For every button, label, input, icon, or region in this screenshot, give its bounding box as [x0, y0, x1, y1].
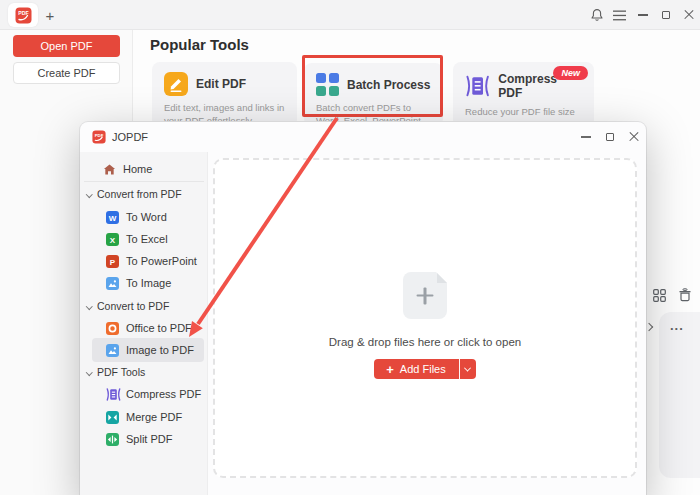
excel-icon: X [106, 233, 119, 246]
sidebar-item-label: Split PDF [126, 433, 172, 445]
tools-row-card [659, 312, 700, 478]
svg-text:P: P [110, 257, 116, 266]
chevron-down-icon [86, 303, 92, 309]
page-title: Popular Tools [150, 36, 249, 53]
section-label: Convert to PDF [97, 300, 169, 312]
sidebar-item-image-to-pdf[interactable]: Image to PDF [80, 339, 208, 361]
sidebar-item-label: To Word [126, 211, 167, 223]
plus-icon [417, 287, 434, 304]
sidebar-item-label: Compress PDF [126, 388, 201, 400]
sidebar-item-home[interactable]: Home [80, 158, 208, 180]
home-icon [103, 163, 116, 176]
card-compress-pdf[interactable]: New Compress PDF Reduce your PDF file si… [453, 62, 594, 128]
dialog-title: JOPDF [112, 131, 148, 143]
dialog-close-button[interactable] [622, 122, 646, 152]
word-icon: W [106, 211, 119, 224]
image-icon [106, 344, 119, 357]
jopdf-logo-icon: PDF [15, 7, 32, 24]
drop-zone[interactable]: Drag & drop files here or click to open … [213, 158, 637, 478]
dialog-maximize-button[interactable] [598, 122, 622, 152]
sidebar-item-compress-pdf[interactable]: Compress PDF [80, 383, 208, 405]
card-title: Edit PDF [196, 77, 246, 91]
sidebar-item-label: Image to PDF [126, 344, 194, 356]
split-pdf-icon [106, 433, 119, 446]
trash-icon[interactable] [677, 287, 693, 303]
plus-icon: + [386, 363, 394, 376]
sidebar-item-split-pdf[interactable]: Split PDF [80, 428, 208, 450]
batch-process-highlight-box [302, 55, 443, 117]
section-label: Convert from PDF [97, 188, 182, 200]
office-icon [106, 322, 119, 335]
add-files-split-button: + Add Files [374, 359, 475, 379]
compress-pdf-icon [106, 388, 121, 401]
jopdf-dialog: PDF JOPDF Home Con [80, 122, 646, 495]
merge-pdf-icon [106, 411, 119, 424]
add-files-label: Add Files [400, 363, 446, 375]
notification-bell-icon[interactable] [585, 0, 608, 30]
svg-text:X: X [110, 235, 116, 244]
close-button[interactable] [677, 0, 700, 30]
sidebar-item-label: Office to PDF [126, 322, 192, 334]
sidebar-item-to-powerpoint[interactable]: P To PowerPoint [80, 250, 208, 272]
sidebar-item-label: To Image [126, 277, 171, 289]
sidebar-item-merge-pdf[interactable]: Merge PDF [80, 406, 208, 428]
sidebar-item-label: To Excel [126, 233, 168, 245]
tab-bar: PDF + [0, 0, 700, 30]
section-pdf-tools[interactable]: PDF Tools [80, 361, 208, 383]
chevron-down-icon [86, 191, 92, 197]
section-label: PDF Tools [97, 366, 145, 378]
divider [84, 181, 204, 182]
svg-text:W: W [109, 213, 117, 222]
sidebar-item-office-to-pdf[interactable]: Office to PDF [80, 317, 208, 339]
edit-pen-icon [164, 72, 188, 96]
sidebar-item-label: To PowerPoint [126, 255, 197, 267]
chevron-down-icon [464, 364, 471, 371]
grid-view-icon[interactable] [651, 287, 667, 303]
dialog-titlebar: PDF JOPDF [80, 122, 646, 152]
new-badge: New [553, 66, 588, 80]
maximize-button[interactable] [654, 0, 677, 30]
card-edit-pdf[interactable]: Edit PDF Edit text, images and links in … [152, 62, 297, 128]
chevron-down-icon [86, 369, 92, 375]
compress-pdf-icon [465, 75, 490, 97]
sidebar-item-label: Home [123, 163, 152, 175]
jopdf-logo-icon: PDF [92, 130, 106, 144]
sidebar-item-to-image[interactable]: To Image [80, 272, 208, 294]
dialog-minimize-button[interactable] [574, 122, 598, 152]
sidebar-item-label: Merge PDF [126, 411, 182, 423]
sidebar-item-to-excel[interactable]: X To Excel [80, 228, 208, 250]
section-convert-from-pdf[interactable]: Convert from PDF [80, 183, 208, 205]
sidebar-item-to-word[interactable]: W To Word [80, 206, 208, 228]
open-pdf-button[interactable]: Open PDF [13, 35, 120, 57]
minimize-button[interactable] [631, 0, 654, 30]
add-file-icon[interactable] [403, 272, 447, 319]
add-files-dropdown-button[interactable] [460, 359, 476, 379]
add-files-button[interactable]: + Add Files [374, 359, 459, 379]
image-icon [106, 277, 119, 290]
powerpoint-icon: P [106, 255, 119, 268]
menu-icon[interactable] [608, 0, 631, 30]
create-pdf-button[interactable]: Create PDF [13, 62, 120, 84]
app-tab[interactable]: PDF [8, 3, 38, 27]
new-tab-button[interactable]: + [40, 4, 60, 26]
chevron-right-icon[interactable] [645, 323, 653, 331]
dropzone-hint: Drag & drop files here or click to open [329, 336, 521, 348]
section-convert-to-pdf[interactable]: Convert to PDF [80, 295, 208, 317]
dialog-sidebar: Home Convert from PDF W To Word X To Exc… [80, 152, 208, 495]
screen: PDF + Open PDF Create PDF Popular Tools [0, 0, 700, 495]
more-ellipsis[interactable]: ... [670, 318, 684, 333]
